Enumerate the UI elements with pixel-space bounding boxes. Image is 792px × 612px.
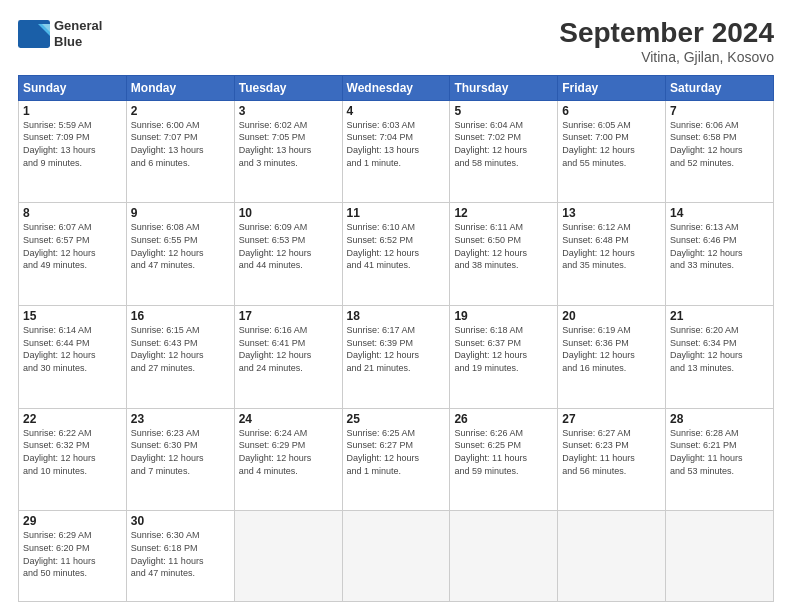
day-info: Sunrise: 6:24 AM Sunset: 6:29 PM Dayligh… — [239, 427, 338, 477]
day-number: 7 — [670, 104, 769, 118]
calendar-cell: 9Sunrise: 6:08 AM Sunset: 6:55 PM Daylig… — [126, 203, 234, 306]
calendar-cell: 13Sunrise: 6:12 AM Sunset: 6:48 PM Dayli… — [558, 203, 666, 306]
main-title: September 2024 — [559, 18, 774, 49]
day-number: 24 — [239, 412, 338, 426]
day-info: Sunrise: 6:13 AM Sunset: 6:46 PM Dayligh… — [670, 221, 769, 271]
day-info: Sunrise: 6:28 AM Sunset: 6:21 PM Dayligh… — [670, 427, 769, 477]
day-info: Sunrise: 6:11 AM Sunset: 6:50 PM Dayligh… — [454, 221, 553, 271]
day-number: 13 — [562, 206, 661, 220]
day-info: Sunrise: 6:10 AM Sunset: 6:52 PM Dayligh… — [347, 221, 446, 271]
day-number: 19 — [454, 309, 553, 323]
calendar-body: 1Sunrise: 5:59 AM Sunset: 7:09 PM Daylig… — [19, 100, 774, 601]
day-number: 17 — [239, 309, 338, 323]
calendar-cell: 30Sunrise: 6:30 AM Sunset: 6:18 PM Dayli… — [126, 511, 234, 602]
day-number: 11 — [347, 206, 446, 220]
calendar-cell — [558, 511, 666, 602]
calendar-cell: 20Sunrise: 6:19 AM Sunset: 6:36 PM Dayli… — [558, 306, 666, 409]
week-row-3: 15Sunrise: 6:14 AM Sunset: 6:44 PM Dayli… — [19, 306, 774, 409]
calendar-cell: 8Sunrise: 6:07 AM Sunset: 6:57 PM Daylig… — [19, 203, 127, 306]
day-header-monday: Monday — [126, 75, 234, 100]
day-header-wednesday: Wednesday — [342, 75, 450, 100]
calendar-cell: 28Sunrise: 6:28 AM Sunset: 6:21 PM Dayli… — [666, 408, 774, 511]
day-number: 29 — [23, 514, 122, 528]
day-info: Sunrise: 6:25 AM Sunset: 6:27 PM Dayligh… — [347, 427, 446, 477]
day-header-sunday: Sunday — [19, 75, 127, 100]
day-number: 20 — [562, 309, 661, 323]
day-info: Sunrise: 5:59 AM Sunset: 7:09 PM Dayligh… — [23, 119, 122, 169]
day-info: Sunrise: 6:22 AM Sunset: 6:32 PM Dayligh… — [23, 427, 122, 477]
day-number: 4 — [347, 104, 446, 118]
day-info: Sunrise: 6:09 AM Sunset: 6:53 PM Dayligh… — [239, 221, 338, 271]
day-number: 2 — [131, 104, 230, 118]
calendar-cell: 22Sunrise: 6:22 AM Sunset: 6:32 PM Dayli… — [19, 408, 127, 511]
calendar-cell: 11Sunrise: 6:10 AM Sunset: 6:52 PM Dayli… — [342, 203, 450, 306]
header: General Blue September 2024 Vitina, Gjil… — [18, 18, 774, 65]
week-row-2: 8Sunrise: 6:07 AM Sunset: 6:57 PM Daylig… — [19, 203, 774, 306]
day-number: 8 — [23, 206, 122, 220]
week-row-5: 29Sunrise: 6:29 AM Sunset: 6:20 PM Dayli… — [19, 511, 774, 602]
day-info: Sunrise: 6:08 AM Sunset: 6:55 PM Dayligh… — [131, 221, 230, 271]
day-info: Sunrise: 6:07 AM Sunset: 6:57 PM Dayligh… — [23, 221, 122, 271]
calendar-cell: 5Sunrise: 6:04 AM Sunset: 7:02 PM Daylig… — [450, 100, 558, 203]
calendar-header: SundayMondayTuesdayWednesdayThursdayFrid… — [19, 75, 774, 100]
calendar-cell: 26Sunrise: 6:26 AM Sunset: 6:25 PM Dayli… — [450, 408, 558, 511]
day-number: 25 — [347, 412, 446, 426]
header-row: SundayMondayTuesdayWednesdayThursdayFrid… — [19, 75, 774, 100]
calendar-cell: 16Sunrise: 6:15 AM Sunset: 6:43 PM Dayli… — [126, 306, 234, 409]
day-info: Sunrise: 6:12 AM Sunset: 6:48 PM Dayligh… — [562, 221, 661, 271]
day-info: Sunrise: 6:26 AM Sunset: 6:25 PM Dayligh… — [454, 427, 553, 477]
day-number: 9 — [131, 206, 230, 220]
day-info: Sunrise: 6:20 AM Sunset: 6:34 PM Dayligh… — [670, 324, 769, 374]
day-info: Sunrise: 6:27 AM Sunset: 6:23 PM Dayligh… — [562, 427, 661, 477]
day-info: Sunrise: 6:00 AM Sunset: 7:07 PM Dayligh… — [131, 119, 230, 169]
day-info: Sunrise: 6:05 AM Sunset: 7:00 PM Dayligh… — [562, 119, 661, 169]
logo-text: General Blue — [54, 18, 102, 49]
day-number: 28 — [670, 412, 769, 426]
day-number: 3 — [239, 104, 338, 118]
calendar-cell: 24Sunrise: 6:24 AM Sunset: 6:29 PM Dayli… — [234, 408, 342, 511]
logo-line1: General — [54, 18, 102, 34]
day-info: Sunrise: 6:02 AM Sunset: 7:05 PM Dayligh… — [239, 119, 338, 169]
day-number: 23 — [131, 412, 230, 426]
calendar-cell: 19Sunrise: 6:18 AM Sunset: 6:37 PM Dayli… — [450, 306, 558, 409]
calendar-cell: 10Sunrise: 6:09 AM Sunset: 6:53 PM Dayli… — [234, 203, 342, 306]
calendar-cell: 3Sunrise: 6:02 AM Sunset: 7:05 PM Daylig… — [234, 100, 342, 203]
calendar-cell: 12Sunrise: 6:11 AM Sunset: 6:50 PM Dayli… — [450, 203, 558, 306]
day-number: 15 — [23, 309, 122, 323]
day-info: Sunrise: 6:17 AM Sunset: 6:39 PM Dayligh… — [347, 324, 446, 374]
day-header-tuesday: Tuesday — [234, 75, 342, 100]
calendar-cell: 21Sunrise: 6:20 AM Sunset: 6:34 PM Dayli… — [666, 306, 774, 409]
calendar-cell — [450, 511, 558, 602]
page: General Blue September 2024 Vitina, Gjil… — [0, 0, 792, 612]
logo-line2: Blue — [54, 34, 102, 50]
calendar-cell: 17Sunrise: 6:16 AM Sunset: 6:41 PM Dayli… — [234, 306, 342, 409]
calendar-cell — [342, 511, 450, 602]
calendar-table: SundayMondayTuesdayWednesdayThursdayFrid… — [18, 75, 774, 602]
day-number: 5 — [454, 104, 553, 118]
day-number: 6 — [562, 104, 661, 118]
calendar-cell: 14Sunrise: 6:13 AM Sunset: 6:46 PM Dayli… — [666, 203, 774, 306]
calendar-cell: 15Sunrise: 6:14 AM Sunset: 6:44 PM Dayli… — [19, 306, 127, 409]
day-number: 12 — [454, 206, 553, 220]
calendar-cell: 1Sunrise: 5:59 AM Sunset: 7:09 PM Daylig… — [19, 100, 127, 203]
day-header-saturday: Saturday — [666, 75, 774, 100]
calendar-cell: 23Sunrise: 6:23 AM Sunset: 6:30 PM Dayli… — [126, 408, 234, 511]
calendar-cell: 2Sunrise: 6:00 AM Sunset: 7:07 PM Daylig… — [126, 100, 234, 203]
day-info: Sunrise: 6:23 AM Sunset: 6:30 PM Dayligh… — [131, 427, 230, 477]
day-number: 27 — [562, 412, 661, 426]
day-info: Sunrise: 6:04 AM Sunset: 7:02 PM Dayligh… — [454, 119, 553, 169]
logo: General Blue — [18, 18, 102, 49]
day-info: Sunrise: 6:06 AM Sunset: 6:58 PM Dayligh… — [670, 119, 769, 169]
day-info: Sunrise: 6:03 AM Sunset: 7:04 PM Dayligh… — [347, 119, 446, 169]
day-info: Sunrise: 6:19 AM Sunset: 6:36 PM Dayligh… — [562, 324, 661, 374]
calendar-cell: 29Sunrise: 6:29 AM Sunset: 6:20 PM Dayli… — [19, 511, 127, 602]
calendar-cell: 6Sunrise: 6:05 AM Sunset: 7:00 PM Daylig… — [558, 100, 666, 203]
day-number: 22 — [23, 412, 122, 426]
calendar-cell: 4Sunrise: 6:03 AM Sunset: 7:04 PM Daylig… — [342, 100, 450, 203]
day-number: 10 — [239, 206, 338, 220]
day-info: Sunrise: 6:29 AM Sunset: 6:20 PM Dayligh… — [23, 529, 122, 579]
day-number: 16 — [131, 309, 230, 323]
day-number: 30 — [131, 514, 230, 528]
day-info: Sunrise: 6:18 AM Sunset: 6:37 PM Dayligh… — [454, 324, 553, 374]
day-number: 18 — [347, 309, 446, 323]
